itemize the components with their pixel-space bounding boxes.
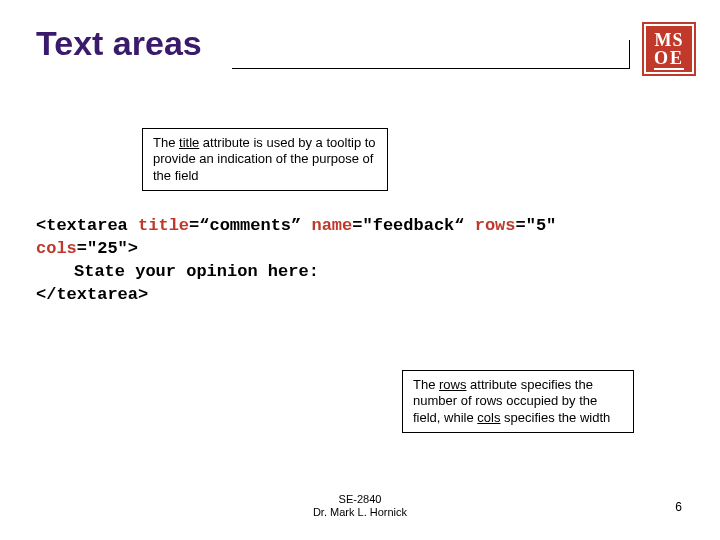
callout2-prefix: The — [413, 377, 439, 392]
code-eq4: ="25"> — [77, 239, 138, 258]
code-eq3: ="5" — [516, 216, 557, 235]
code-attr-name: name — [311, 216, 352, 235]
code-content: State your opinion here: — [74, 262, 319, 281]
logo-line-1: MS — [655, 31, 684, 49]
callout1-keyword: title — [179, 135, 199, 150]
footer: SE-2840 Dr. Mark L. Hornick — [0, 493, 720, 521]
title-divider-vertical — [629, 40, 630, 68]
code-attr-cols: cols — [36, 239, 77, 258]
msoe-logo: MS OE — [642, 22, 696, 76]
page-number: 6 — [675, 500, 682, 514]
slide-title: Text areas — [36, 24, 202, 63]
code-attr-rows: rows — [475, 216, 516, 235]
footer-course: SE-2840 — [0, 493, 720, 507]
code-close-tag: </textarea> — [36, 285, 148, 304]
callout-rows-cols: The rows attribute specifies the number … — [402, 370, 634, 433]
callout2-kw1: rows — [439, 377, 466, 392]
callout-title-attribute: The title attribute is used by a tooltip… — [142, 128, 388, 191]
code-eq2: ="feedback“ — [352, 216, 474, 235]
code-example: <textarea title=“comments” name="feedbac… — [36, 215, 684, 307]
code-open-tag: <textarea — [36, 216, 138, 235]
logo-line-2: OE — [654, 49, 684, 70]
footer-author: Dr. Mark L. Hornick — [0, 506, 720, 520]
callout2-rest: specifies the width — [500, 410, 610, 425]
code-attr-title: title — [138, 216, 189, 235]
callout1-prefix: The — [153, 135, 179, 150]
code-eq1: =“comments” — [189, 216, 311, 235]
callout2-kw2: cols — [477, 410, 500, 425]
title-divider — [232, 68, 630, 69]
